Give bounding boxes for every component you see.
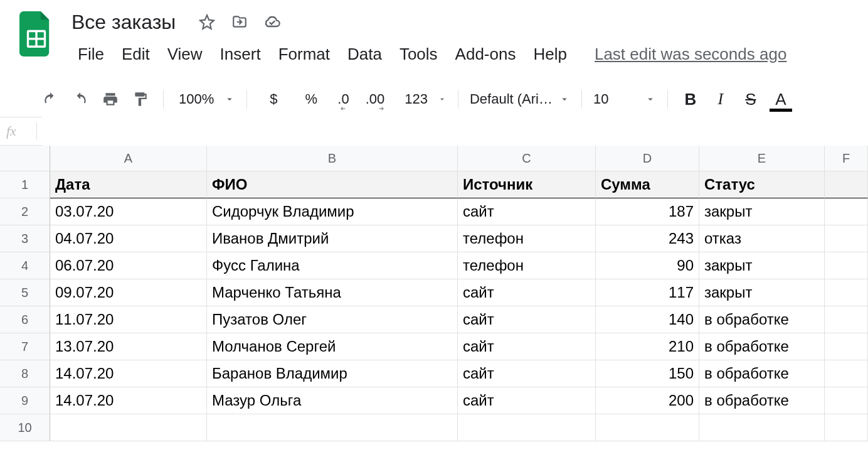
menu-tools[interactable]: Tools — [391, 45, 447, 64]
cell-sum[interactable]: 150 — [596, 360, 699, 387]
cell-source[interactable]: сайт — [458, 387, 596, 414]
cell-status[interactable]: в обработке — [699, 306, 825, 333]
number-format-dropdown[interactable]: 123 — [397, 91, 450, 107]
cell-source[interactable]: сайт — [458, 279, 596, 306]
cell-empty[interactable] — [458, 414, 596, 441]
cell-date[interactable]: 06.07.20 — [50, 252, 207, 279]
row-header[interactable]: 9 — [0, 387, 50, 414]
cell-empty[interactable] — [825, 333, 868, 360]
cell-name[interactable]: Мазур Ольга — [207, 387, 458, 414]
column-header[interactable]: B — [207, 146, 458, 171]
header-cell[interactable]: ФИО — [207, 171, 458, 198]
menu-view[interactable]: View — [159, 45, 211, 64]
cell-sum[interactable]: 243 — [596, 225, 699, 252]
column-header[interactable]: F — [825, 146, 868, 171]
cell-source[interactable]: телефон — [458, 225, 596, 252]
currency-button[interactable]: $ — [258, 88, 288, 110]
row-header[interactable]: 8 — [0, 360, 50, 387]
cell-name[interactable]: Баранов Владимир — [207, 360, 458, 387]
menu-format[interactable]: Format — [270, 45, 339, 64]
column-header[interactable]: A — [50, 146, 207, 171]
cell-status[interactable]: закрыт — [699, 279, 825, 306]
row-header[interactable]: 7 — [0, 333, 50, 360]
star-icon[interactable] — [198, 13, 216, 31]
column-header[interactable]: C — [458, 146, 596, 171]
cell-name[interactable]: Иванов Дмитрий — [207, 225, 458, 252]
row-header[interactable]: 4 — [0, 252, 50, 279]
cell-source[interactable]: сайт — [458, 198, 596, 225]
cell-empty[interactable] — [596, 414, 699, 441]
menu-help[interactable]: Help — [524, 45, 575, 64]
cell-sum[interactable]: 140 — [596, 306, 699, 333]
cell-date[interactable]: 09.07.20 — [50, 279, 207, 306]
cell-sum[interactable]: 117 — [596, 279, 699, 306]
row-header[interactable]: 2 — [0, 198, 50, 225]
cell-empty[interactable] — [825, 225, 868, 252]
font-dropdown[interactable]: Default (Ari… — [466, 91, 574, 107]
redo-button[interactable] — [69, 88, 92, 110]
cell-date[interactable]: 04.07.20 — [50, 225, 207, 252]
cell-name[interactable]: Пузатов Олег — [207, 306, 458, 333]
increase-decimal-button[interactable]: .00 — [362, 88, 389, 110]
select-all-corner[interactable] — [0, 146, 50, 171]
cell-empty[interactable] — [207, 414, 458, 441]
formula-input[interactable] — [42, 117, 868, 146]
cell-date[interactable]: 13.07.20 — [50, 333, 207, 360]
undo-button[interactable] — [39, 88, 61, 110]
column-header[interactable]: D — [596, 146, 699, 171]
cell-empty[interactable] — [825, 279, 868, 306]
cell-empty[interactable] — [825, 387, 868, 414]
bold-button[interactable]: B — [679, 88, 702, 110]
sheets-logo[interactable] — [19, 11, 56, 55]
header-cell[interactable]: Сумма — [596, 171, 699, 198]
cell-status[interactable]: в обработке — [699, 333, 825, 360]
cell-status[interactable]: в обработке — [699, 360, 825, 387]
cell-source[interactable]: телефон — [458, 252, 596, 279]
cell-status[interactable]: закрыт — [699, 198, 825, 225]
cell-sum[interactable]: 210 — [596, 333, 699, 360]
cell-status[interactable]: отказ — [699, 225, 825, 252]
cell-source[interactable]: сайт — [458, 360, 596, 387]
cell-empty[interactable] — [825, 306, 868, 333]
menu-insert[interactable]: Insert — [211, 45, 270, 64]
cloud-saved-icon[interactable] — [263, 13, 281, 31]
cell-empty[interactable] — [699, 414, 825, 441]
strikethrough-button[interactable]: S — [739, 88, 762, 110]
menu-addons[interactable]: Add-ons — [447, 45, 525, 64]
menu-data[interactable]: Data — [339, 45, 391, 64]
decrease-decimal-button[interactable]: .0 — [334, 88, 352, 110]
cell-empty[interactable] — [50, 414, 207, 441]
cell-source[interactable]: сайт — [458, 333, 596, 360]
cell-empty[interactable] — [825, 198, 868, 225]
cell-name[interactable]: Фусс Галина — [207, 252, 458, 279]
spreadsheet-grid[interactable]: ABCDEF1ДатаФИОИсточникСуммаСтатус203.07.… — [0, 146, 868, 441]
row-header[interactable]: 10 — [0, 414, 50, 441]
cell-name[interactable]: Марченко Татьяна — [207, 279, 458, 306]
header-cell[interactable]: Статус — [699, 171, 825, 198]
italic-button[interactable]: I — [709, 88, 732, 110]
cell-empty[interactable] — [825, 252, 868, 279]
cell-name[interactable]: Молчанов Сергей — [207, 333, 458, 360]
header-cell[interactable]: Источник — [458, 171, 596, 198]
cell-status[interactable]: закрыт — [699, 252, 825, 279]
cell-sum[interactable]: 90 — [596, 252, 699, 279]
text-color-button[interactable]: A — [770, 88, 792, 110]
menu-edit[interactable]: Edit — [113, 45, 159, 64]
cell-date[interactable]: 03.07.20 — [50, 198, 207, 225]
font-size-dropdown[interactable]: 10 — [590, 91, 660, 107]
cell-name[interactable]: Сидорчук Владимир — [207, 198, 458, 225]
cell-date[interactable]: 14.07.20 — [50, 360, 207, 387]
row-header[interactable]: 3 — [0, 225, 50, 252]
cell-date[interactable]: 11.07.20 — [50, 306, 207, 333]
zoom-dropdown[interactable]: 100% — [171, 91, 239, 107]
percent-button[interactable]: % — [296, 88, 326, 110]
cell-source[interactable]: сайт — [458, 306, 596, 333]
row-header[interactable]: 1 — [0, 171, 50, 198]
header-cell[interactable] — [825, 171, 868, 198]
cell-empty[interactable] — [825, 360, 868, 387]
cell-empty[interactable] — [825, 414, 868, 441]
cell-sum[interactable]: 200 — [596, 387, 699, 414]
header-cell[interactable]: Дата — [50, 171, 207, 198]
cell-sum[interactable]: 187 — [596, 198, 699, 225]
row-header[interactable]: 6 — [0, 306, 50, 333]
